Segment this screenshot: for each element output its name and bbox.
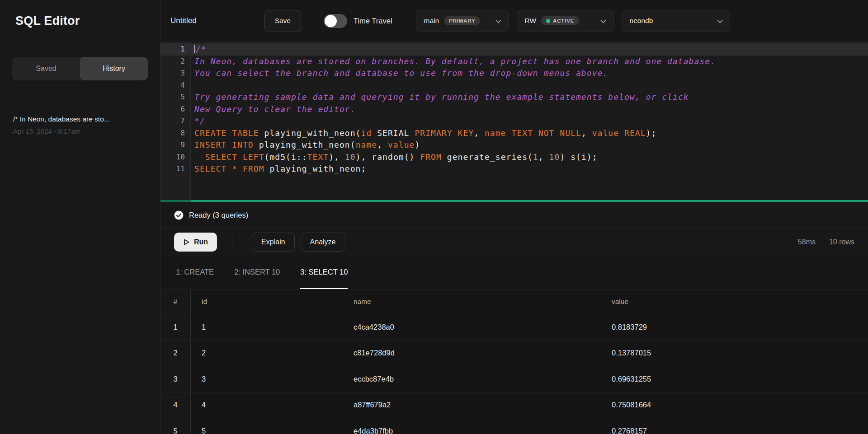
code-line: 3You can select the branch and database … xyxy=(160,67,868,79)
analyze-button[interactable]: Analyze xyxy=(301,233,345,252)
code-text: In Neon, databases are stored on branche… xyxy=(191,56,716,68)
row-number-cell: 2 xyxy=(160,341,191,366)
run-button[interactable]: Run xyxy=(174,233,217,252)
table-cell: a87ff679a2 xyxy=(343,392,601,418)
status-row: Ready (3 queries) xyxy=(160,202,868,229)
column-header: # xyxy=(160,289,191,314)
database-select[interactable]: neondb xyxy=(622,10,730,32)
branch-select[interactable]: main PRIMARY xyxy=(416,10,509,32)
table-cell: 5 xyxy=(191,418,343,434)
table-cell: 0.69631255 xyxy=(601,366,868,392)
code-line: 8CREATE TABLE playing_with_neon(id SERIA… xyxy=(160,127,868,140)
text-cursor xyxy=(194,45,195,53)
history-item[interactable]: /* In Neon, databases are sto... Apr 15,… xyxy=(13,115,147,135)
code-line: 5Try generating sample data and querying… xyxy=(160,91,868,103)
code-text: SELECT LEFT(md5(i::TEXT), 10), random() … xyxy=(191,151,598,163)
results-table: #idnamevalue11c4ca4238a00.818372922c81e7… xyxy=(160,289,868,434)
table-cell: 0.8183729 xyxy=(601,314,868,340)
history-item-title: /* In Neon, databases are sto... xyxy=(13,115,147,123)
status-text: Ready (3 queries) xyxy=(189,211,248,219)
line-number: 2 xyxy=(160,56,191,68)
table-cell: e4da3b7fbb xyxy=(343,418,601,434)
column-header: id xyxy=(191,289,343,314)
play-icon xyxy=(183,238,190,246)
row-number-cell: 4 xyxy=(160,392,191,418)
query-duration: 58ms xyxy=(798,238,816,246)
code-line: 4 xyxy=(160,79,868,92)
history-item-date: Apr 15, 2024 - 8:17am xyxy=(13,127,147,135)
table-header-row: #idnamevalue xyxy=(160,289,868,314)
time-travel-label: Time Travel xyxy=(354,17,392,25)
code-text: INSERT INTO playing_with_neon(name, valu… xyxy=(191,139,420,151)
table-cell: 1 xyxy=(191,314,343,340)
code-text: /* xyxy=(191,43,207,56)
sidebar-header: SQL Editor xyxy=(0,0,160,42)
row-number-cell: 1 xyxy=(160,314,191,340)
sidebar-tabs: Saved History xyxy=(0,42,160,95)
tab-history[interactable]: History xyxy=(80,57,148,80)
result-tab[interactable]: 1: CREATE xyxy=(176,256,214,289)
tab-saved[interactable]: Saved xyxy=(12,57,80,80)
result-tab[interactable]: 2: INSERT 10 xyxy=(234,256,280,289)
table-cell: c81e728d9d xyxy=(343,341,601,366)
table-cell: 0.75081664 xyxy=(601,392,868,418)
history-list: /* In Neon, databases are sto... Apr 15,… xyxy=(0,95,160,155)
table-cell: 3 xyxy=(191,366,343,392)
code-line: 1/* xyxy=(160,43,868,56)
chevron-down-icon xyxy=(600,17,606,23)
code-text: SELECT * FROM playing_with_neon; xyxy=(191,163,366,175)
column-header: value xyxy=(601,289,868,314)
explain-button[interactable]: Explain xyxy=(252,233,294,252)
compute-name: RW xyxy=(525,17,537,25)
code-text: You can select the branch and database t… xyxy=(191,67,608,79)
save-button[interactable]: Save xyxy=(264,10,301,32)
code-line: 7*/ xyxy=(160,115,868,127)
line-number: 10 xyxy=(160,151,191,163)
result-tab[interactable]: 3: SELECT 10 xyxy=(300,256,348,289)
topbar: Untitled Save Time Travel main PRIMARY R… xyxy=(160,0,868,42)
table-row[interactable]: 55e4da3b7fbb0.2768157 xyxy=(160,418,868,434)
line-number: 6 xyxy=(160,103,191,116)
table-cell: 4 xyxy=(191,392,343,418)
compute-select[interactable]: RW ACTIVE xyxy=(517,10,613,32)
result-tabs: 1: CREATE2: INSERT 103: SELECT 10 xyxy=(160,256,868,289)
line-number: 3 xyxy=(160,67,191,79)
time-travel-toggle[interactable] xyxy=(324,14,347,28)
line-number: 1 xyxy=(160,43,191,56)
line-number: 7 xyxy=(160,115,191,127)
branch-primary-badge: PRIMARY xyxy=(444,16,480,25)
code-lines: 1/*2In Neon, databases are stored on bra… xyxy=(160,42,868,175)
chevron-down-icon xyxy=(495,17,501,23)
table-row[interactable]: 11c4ca4238a00.8183729 xyxy=(160,314,868,341)
code-line: 6New Query to clear the editor. xyxy=(160,103,868,116)
line-number: 9 xyxy=(160,139,191,151)
line-number: 5 xyxy=(160,91,191,103)
query-title[interactable]: Untitled xyxy=(170,16,197,25)
code-text: CREATE TABLE playing_with_neon(id SERIAL… xyxy=(191,127,656,140)
line-number: 11 xyxy=(160,163,191,175)
main-panel: Untitled Save Time Travel main PRIMARY R… xyxy=(160,0,868,434)
code-editor[interactable]: 1/*2In Neon, databases are stored on bra… xyxy=(160,42,868,200)
sidebar: SQL Editor Saved History /* In Neon, dat… xyxy=(0,0,160,434)
row-number-cell: 3 xyxy=(160,366,191,392)
row-number-cell: 5 xyxy=(160,418,191,434)
line-number: 4 xyxy=(160,79,191,92)
table-row[interactable]: 33eccbc87e4b0.69631255 xyxy=(160,366,868,392)
table-row[interactable]: 22c81e728d9d0.13787015 xyxy=(160,341,868,367)
check-circle-icon xyxy=(174,210,184,220)
compute-active-label: ACTIVE xyxy=(553,18,574,23)
code-text: */ xyxy=(191,115,205,127)
compute-active-badge: ACTIVE xyxy=(541,16,579,25)
query-stats: 58ms 10 rows xyxy=(798,238,868,246)
code-text xyxy=(191,79,194,92)
toolbar-divider xyxy=(232,234,232,250)
table-cell: 0.2768157 xyxy=(601,418,868,434)
chevron-down-icon xyxy=(717,17,723,23)
code-line: 9INSERT INTO playing_with_neon(name, val… xyxy=(160,139,868,151)
sql-editor-app: SQL Editor Saved History /* In Neon, dat… xyxy=(0,0,868,434)
database-name: neondb xyxy=(630,17,653,25)
table-row[interactable]: 44a87ff679a20.75081664 xyxy=(160,392,868,419)
topbar-divider xyxy=(313,0,313,42)
toggle-knob-icon xyxy=(325,15,337,27)
code-text: New Query to clear the editor. xyxy=(191,103,356,116)
